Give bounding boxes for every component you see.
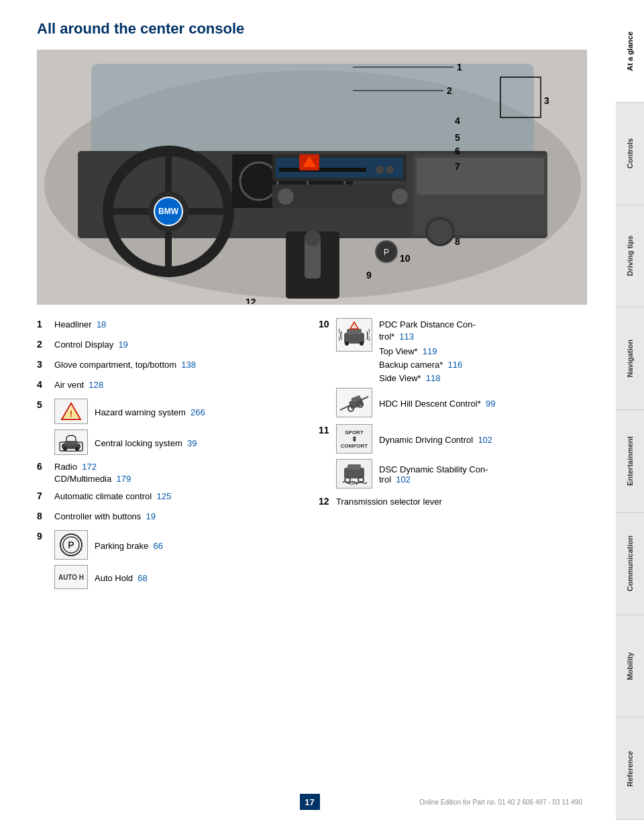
svg-text:7: 7 [455,161,460,172]
item-content: Control Display 19 [54,338,299,350]
svg-text:4: 4 [455,115,460,126]
auto-hold-label: Auto Hold 68 [95,572,148,583]
auto-hold-icon-box: AUTO H [54,565,88,589]
pdc-icon: ! [339,321,370,349]
item-3: 3 Glove compartment, top/bottom 138 [37,358,299,373]
item-10: 10 [319,318,587,421]
item-content: Radio 172 CD/Multimedia 179 [54,460,299,484]
svg-point-65 [360,342,364,346]
item-4: 4 Air vent 128 [37,378,299,393]
svg-text:3: 3 [544,95,549,106]
backup-ref[interactable]: 116 [448,360,463,370]
sidebar-tab-driving-tips[interactable]: Driving tips [616,205,644,308]
cd-text: CD/Multimedia 179 [54,474,131,484]
sidebar-tab-mobility[interactable]: Mobility [616,615,644,718]
backup-label: Backup camera* 116 [379,358,462,370]
item-text: Glove compartment, top/bottom 138 [54,360,196,370]
svg-rect-56 [64,441,78,446]
svg-text:!: ! [70,409,72,419]
autoh-ref[interactable]: 68 [138,573,147,583]
page-ref[interactable]: 19 [146,511,156,521]
hazard-ref[interactable]: 266 [191,407,205,417]
item-number: 2 [37,339,52,350]
page-number: 17 [300,794,320,810]
svg-rect-63 [347,329,362,334]
pdc-text-block: PDC Park Distance Con-trol* 113 Top View… [379,318,476,384]
item-number: 8 [37,511,52,521]
item-7: 7 Automatic climate control 125 [37,490,299,505]
ddc-ref[interactable]: 102 [478,435,492,445]
sidebar-tab-communication[interactable]: Communication [616,513,644,615]
lock-ref[interactable]: 39 [187,438,197,448]
pdc-icon-box: ! [336,318,372,352]
parking-ref[interactable]: 66 [153,541,162,551]
pdc-ref[interactable]: 113 [399,331,414,342]
page-ref[interactable]: 138 [181,360,196,370]
svg-text:9: 9 [366,270,372,280]
transmission-text: Transmission selector lever [336,497,442,507]
ddc-label: Dynamic Driving Control 102 [379,433,492,445]
sidebar-tab-label: At a glance [626,32,634,71]
cd-ref[interactable]: 179 [116,474,131,484]
topview-ref[interactable]: 119 [423,346,437,356]
parking-label: Parking brake 66 [95,540,163,551]
svg-point-20 [386,166,394,174]
dsc-off-icon: OFF [339,461,370,486]
comfort-label: COMFORT [341,443,368,449]
item-number: 9 [37,531,52,542]
svg-text:1: 1 [457,62,462,72]
page-ref[interactable]: 18 [97,319,106,329]
item-6: 6 Radio 172 CD/Multimedia 179 [37,460,299,484]
sideview-ref[interactable]: 118 [426,373,441,383]
pdc-label: PDC Park Distance Con-trol* 113 [379,318,476,342]
sidebar-tab-label: Navigation [626,340,634,377]
sideview-label: Side View* 118 [379,372,441,383]
item-text: Headliner 18 [54,319,106,329]
svg-text:5: 5 [455,132,460,143]
radio-text: Radio 172 [54,462,97,472]
svg-rect-74 [347,464,361,470]
parking-brake-icon: P [58,532,84,558]
central-locking-icon [58,433,84,452]
svg-point-45 [305,230,321,246]
item-content: Automatic climate control 125 [54,490,299,502]
sidebar-tab-label: Controls [626,138,634,168]
parking-brake-icon-box: P [54,530,88,560]
item-number: 10 [319,319,333,329]
item-number: 1 [37,319,52,329]
footer-text: Online Edition for Part no. 01 40 2 606 … [320,799,583,806]
sidebar-tab-entertainment[interactable]: Entertainment [616,410,644,513]
sidebar-tab-at-a-glance[interactable]: At a glance [616,0,644,103]
hazard-icon-box: ! [54,399,88,424]
page-ref[interactable]: 128 [89,380,103,390]
page-ref[interactable]: 125 [156,491,171,501]
svg-text:!: ! [354,324,355,329]
item-content: Glove compartment, top/bottom 138 [54,358,299,370]
sidebar-tab-controls[interactable]: Controls [616,103,644,205]
sidebar-tab-label: Driving tips [626,236,634,276]
hdc-icon-box [336,388,372,417]
sidebar-tab-label: Entertainment [626,436,634,486]
item-5: 5 ! Hazard warning system 266 [37,399,299,458]
dsc-ref[interactable]: 102 [396,474,411,484]
hdc-ref[interactable]: 99 [486,399,495,409]
dsc-off-icon-box: OFF [336,459,372,489]
item-content: ! PDC Park Distance Con-trol* 113 Top Vi… [336,318,587,421]
item-text: Automatic climate control 125 [54,491,171,501]
item-text: Air vent 128 [54,380,103,390]
item-number: 12 [319,496,333,507]
svg-text:12: 12 [246,297,256,305]
item-content: ! Hazard warning system 266 [54,399,299,458]
sidebar-tab-navigation[interactable]: Navigation [616,307,644,410]
sidebar: At a glance Controls Driving tips Naviga… [616,0,644,820]
topview-label: Top View* 119 [379,345,437,356]
footer: 17 Online Edition for Part no. 01 40 2 6… [37,794,582,810]
item-content: P Parking brake 66 AUTO H Auto Hold 68 [54,530,299,592]
sidebar-tab-reference[interactable]: Reference [616,717,644,820]
hazard-label: Hazard warning system 266 [95,406,205,417]
svg-rect-2 [91,64,534,158]
sidebar-tab-label: Communication [626,535,634,591]
item-1: 1 Headliner 18 [37,318,299,333]
page-ref[interactable]: 19 [118,340,127,350]
radio-ref[interactable]: 172 [82,462,97,472]
